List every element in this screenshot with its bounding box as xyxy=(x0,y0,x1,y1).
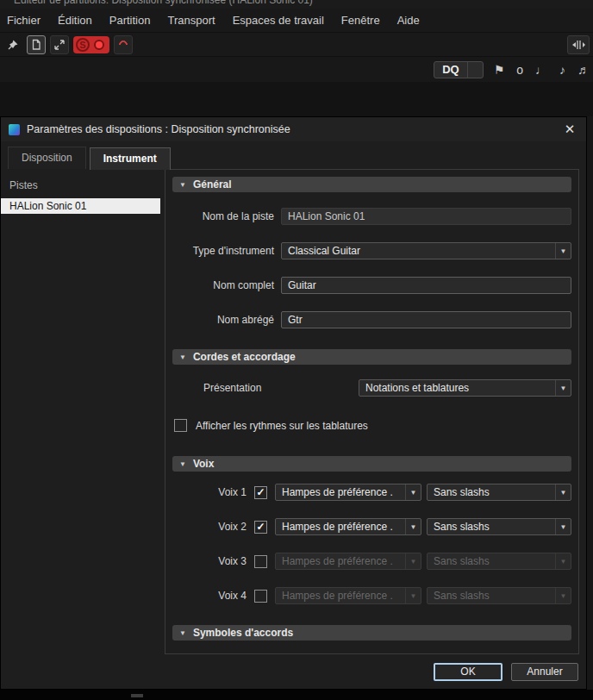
quantize-toolbar: DQ ⚑ o ♩ ♪ ♬ xyxy=(0,56,593,82)
track-name-label: Nom de la piste xyxy=(172,210,274,222)
section-general[interactable]: Général xyxy=(172,177,571,192)
short-name-field[interactable]: Gtr xyxy=(281,311,571,328)
quarter-note-icon[interactable]: ♩ xyxy=(535,63,547,77)
desktop-background xyxy=(0,82,593,116)
collapse-arrow-icon xyxy=(179,460,186,468)
voice-4-checkbox[interactable] xyxy=(254,590,267,603)
chevron-down-icon xyxy=(405,588,421,603)
voice-2-slash-dropdown[interactable]: Sans slashs xyxy=(427,518,571,535)
voice-3-slash-dropdown: Sans slashs xyxy=(427,553,571,570)
solo-button[interactable]: S xyxy=(76,38,90,52)
window-titlebar: Éditeur de partitions: Disposition synch… xyxy=(0,0,593,9)
setup-layout-button[interactable] xyxy=(567,35,590,54)
menu-fenetre[interactable]: Fenêtre xyxy=(341,14,380,27)
voice-1-stems-dropdown[interactable]: Hampes de préférence . xyxy=(275,484,421,501)
pin-icon[interactable] xyxy=(3,35,22,54)
menu-partition[interactable]: Partition xyxy=(109,14,151,27)
short-name-label: Nom abrégé xyxy=(172,314,274,326)
voice-2-label: Voix 2 xyxy=(172,521,247,533)
tracks-header: Pistes xyxy=(1,176,165,198)
record-button[interactable] xyxy=(94,40,104,50)
chevron-down-icon xyxy=(405,484,421,500)
window-title: Éditeur de partitions: Disposition synch… xyxy=(14,0,313,6)
chevron-down-icon xyxy=(555,380,571,396)
voice-4-slash-value: Sans slashs xyxy=(428,588,555,603)
voice-3-stems-dropdown: Hampes de préférence . xyxy=(275,553,421,570)
sixteenth-note-icon[interactable]: ♬ xyxy=(577,63,590,77)
cancel-button[interactable]: Annuler xyxy=(511,663,578,681)
expand-window-icon[interactable] xyxy=(50,35,69,54)
acoustic-feedback-button[interactable] xyxy=(114,35,133,54)
dialog-footer: OK Annuler xyxy=(1,654,586,689)
presentation-dropdown[interactable]: Notations et tablatures xyxy=(359,379,571,397)
ok-button[interactable]: OK xyxy=(434,663,502,681)
track-list-item[interactable]: HALion Sonic 01 xyxy=(1,198,160,214)
collapse-arrow-icon xyxy=(179,181,186,189)
full-name-label: Nom complet xyxy=(172,279,274,291)
desktop-area: Paramètres des dispositions : Dispositio… xyxy=(0,116,593,690)
voice-2-stems-dropdown[interactable]: Hampes de préférence . xyxy=(275,518,421,535)
voice-2-checkbox[interactable] xyxy=(254,521,267,534)
app-icon xyxy=(9,124,20,135)
voice-1-row: Voix 1 Hampes de préférence . Sans slash… xyxy=(172,484,571,501)
instrument-type-row: Type d'instrument Classical Guitar xyxy=(172,242,571,259)
voice-3-label: Voix 3 xyxy=(172,555,247,567)
chevron-down-icon xyxy=(405,519,421,534)
voice-4-label: Voix 4 xyxy=(172,590,247,602)
eighth-note-icon[interactable]: ♪ xyxy=(559,63,565,77)
section-voices-title: Voix xyxy=(193,458,214,470)
track-name-field[interactable]: HALion Sonic 01 xyxy=(281,208,571,225)
menu-edition[interactable]: Édition xyxy=(58,14,92,27)
full-name-row: Nom complet Guitar xyxy=(172,277,571,294)
voice-1-slash-dropdown[interactable]: Sans slashs xyxy=(427,484,571,501)
voice-1-stems-value: Hampes de préférence . xyxy=(276,484,405,500)
track-name-row: Nom de la piste HALion Sonic 01 xyxy=(172,208,571,225)
section-chord-symbols[interactable]: Symboles d'accords xyxy=(172,625,571,641)
section-voices[interactable]: Voix xyxy=(172,456,571,472)
main-toolbar: S xyxy=(0,32,593,56)
section-strings[interactable]: Cordes et accordage xyxy=(172,349,571,365)
dialog-body: Pistes HALion Sonic 01 Général Nom de la… xyxy=(1,169,586,654)
menu-aide[interactable]: Aide xyxy=(397,14,420,27)
instrument-type-label: Type d'instrument xyxy=(172,245,274,257)
bottom-strip xyxy=(0,690,593,700)
full-name-field[interactable]: Guitar xyxy=(281,277,571,294)
menu-espaces-de-travail[interactable]: Espaces de travail xyxy=(233,14,324,27)
application-window: Éditeur de partitions: Disposition synch… xyxy=(0,0,593,700)
voice-2-stems-value: Hampes de préférence . xyxy=(276,519,405,534)
instrument-type-dropdown[interactable]: Classical Guitar xyxy=(281,242,571,259)
voice-2-row: Voix 2 Hampes de préférence . Sans slash… xyxy=(172,518,571,535)
collapse-arrow-icon xyxy=(179,629,186,637)
instrument-settings-panel: Général Nom de la piste HALion Sonic 01 … xyxy=(165,169,579,654)
dialog-title: Paramètres des dispositions : Dispositio… xyxy=(27,123,290,135)
voice-3-stems-value: Hampes de préférence . xyxy=(276,553,405,569)
voice-1-checkbox[interactable] xyxy=(254,486,267,499)
page-mode-button[interactable] xyxy=(27,35,46,54)
close-icon[interactable]: ✕ xyxy=(561,121,578,138)
whole-note-icon[interactable]: o xyxy=(516,63,523,77)
scrollbar-fragment xyxy=(131,694,143,697)
menu-fichier[interactable]: Fichier xyxy=(7,14,41,27)
dialog-titlebar: Paramètres des dispositions : Dispositio… xyxy=(1,117,586,141)
voice-3-slash-value: Sans slashs xyxy=(428,553,555,569)
display-quantize-control[interactable]: DQ xyxy=(434,61,484,78)
menu-transport[interactable]: Transport xyxy=(167,14,215,27)
chevron-down-icon[interactable] xyxy=(467,62,483,78)
voice-4-row: Voix 4 Hampes de préférence . Sans slash… xyxy=(172,587,571,604)
presentation-value: Notations et tablatures xyxy=(359,380,555,396)
tab-rhythms-checkbox[interactable] xyxy=(174,419,187,432)
tab-instrument[interactable]: Instrument xyxy=(90,147,171,170)
chevron-down-icon xyxy=(555,553,571,569)
chevron-down-icon xyxy=(405,553,421,569)
voice-1-label: Voix 1 xyxy=(172,486,247,498)
presentation-label: Présentation xyxy=(172,382,359,394)
menubar: Fichier Édition Partition Transport Espa… xyxy=(0,9,593,32)
tab-disposition[interactable]: Disposition xyxy=(8,147,86,169)
flag-icon[interactable]: ⚑ xyxy=(494,63,505,77)
voice-4-stems-dropdown: Hampes de préférence . xyxy=(275,587,421,604)
tab-rhythms-label: Afficher les rythmes sur les tablatures xyxy=(196,420,368,432)
chevron-down-icon xyxy=(555,243,571,259)
solo-record-group: S xyxy=(73,36,109,53)
voice-3-checkbox[interactable] xyxy=(254,555,267,568)
tracks-sidebar: Pistes HALion Sonic 01 xyxy=(1,169,165,654)
